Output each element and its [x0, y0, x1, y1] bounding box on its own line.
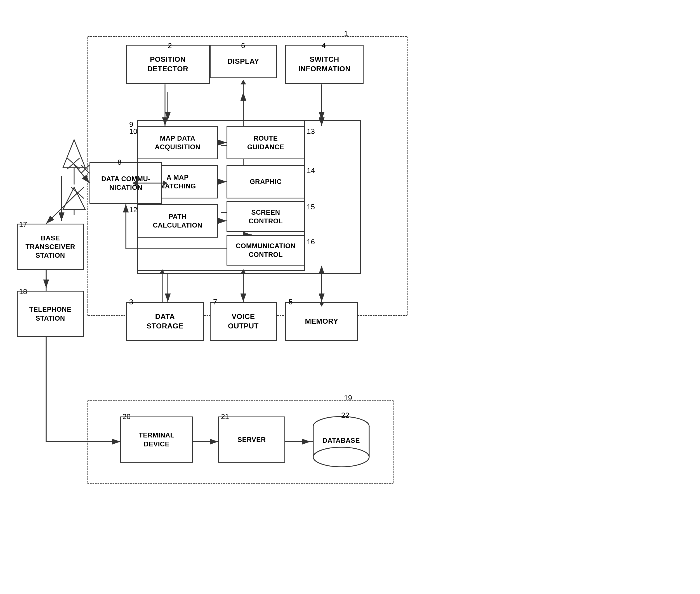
server-box: SERVER — [218, 417, 285, 463]
map-data-box: MAP DATA ACQUISITION — [137, 126, 218, 159]
server-label: SERVER — [237, 435, 266, 444]
ref-22: 22 — [341, 411, 349, 420]
base-transceiver-box: BASE TRANSCEIVER STATION — [17, 224, 84, 270]
route-guidance-box: ROUTE GUIDANCE — [226, 126, 305, 159]
voice-output-box: VOICE OUTPUT — [210, 302, 277, 341]
ref-2: 2 — [168, 41, 172, 50]
route-guidance-label: ROUTE GUIDANCE — [247, 134, 284, 151]
ref-21: 21 — [221, 412, 229, 421]
ref-8: 8 — [118, 158, 121, 167]
ref-3: 3 — [129, 298, 133, 306]
ref-18: 18 — [19, 287, 27, 296]
ref-10: 10 — [129, 127, 137, 136]
antenna-bottom-icon — [60, 185, 88, 215]
data-comm-label: DATA COMMU- NICATION — [101, 174, 151, 192]
switch-info-box: SWITCH INFORMATION — [285, 45, 363, 84]
ref-12: 12 — [129, 205, 137, 214]
ref-4: 4 — [322, 41, 325, 50]
comm-control-label: COMMUNICATION CONTROL — [236, 241, 296, 259]
ref-13: 13 — [307, 127, 315, 136]
ref-14: 14 — [307, 166, 315, 175]
diagram: 1 19 POSITION DETECTOR 2 DISPLAY 6 SWITC… — [0, 0, 700, 594]
memory-box: MEMORY — [285, 302, 358, 341]
ref-16: 16 — [307, 238, 315, 246]
switch-info-label: SWITCH INFORMATION — [298, 55, 351, 74]
terminal-device-label: TERMINAL DEVICE — [139, 431, 174, 448]
comm-control-box: COMMUNICATION CONTROL — [226, 235, 305, 266]
telephone-station-label: TELEPHONE STATION — [29, 305, 71, 322]
svg-marker-28 — [63, 140, 85, 168]
svg-point-73 — [313, 447, 369, 467]
map-matching-label: A MAP MATCHING — [159, 173, 196, 190]
telephone-station-box: TELEPHONE STATION — [17, 291, 84, 337]
graphic-label: GRAPHIC — [250, 177, 282, 186]
terminal-device-box: TERMINAL DEVICE — [120, 417, 193, 463]
data-storage-box: DATA STORAGE — [126, 302, 204, 341]
screen-control-label: SCREEN CONTROL — [249, 208, 283, 225]
ref-6: 6 — [241, 41, 245, 50]
database-box: DATABASE — [311, 414, 372, 467]
ref-19: 19 — [344, 394, 352, 402]
display-label: DISPLAY — [227, 57, 259, 66]
database-label: DATABASE — [322, 437, 360, 444]
position-detector-box: POSITION DETECTOR — [126, 45, 210, 84]
voice-output-label: VOICE OUTPUT — [228, 312, 259, 331]
path-calc-label: PATH CALCULATION — [153, 212, 202, 230]
data-storage-label: DATA STORAGE — [147, 312, 184, 331]
ref-20: 20 — [123, 412, 131, 421]
memory-label: MEMORY — [305, 317, 338, 326]
map-data-label: MAP DATA ACQUISITION — [155, 134, 200, 151]
ref-1: 1 — [344, 29, 348, 38]
screen-control-box: SCREEN CONTROL — [226, 201, 305, 232]
graphic-box: GRAPHIC — [226, 165, 305, 198]
ref-7: 7 — [213, 298, 217, 306]
base-transceiver-label: BASE TRANSCEIVER STATION — [26, 234, 75, 260]
ref-17: 17 — [19, 220, 27, 229]
ref-15: 15 — [307, 203, 315, 211]
path-calc-box: PATH CALCULATION — [137, 204, 218, 238]
antenna-top-icon — [60, 137, 88, 173]
svg-marker-30 — [63, 187, 85, 210]
data-comm-box: DATA COMMU- NICATION — [90, 162, 162, 204]
ref-5: 5 — [289, 298, 292, 306]
position-detector-label: POSITION DETECTOR — [148, 55, 189, 74]
